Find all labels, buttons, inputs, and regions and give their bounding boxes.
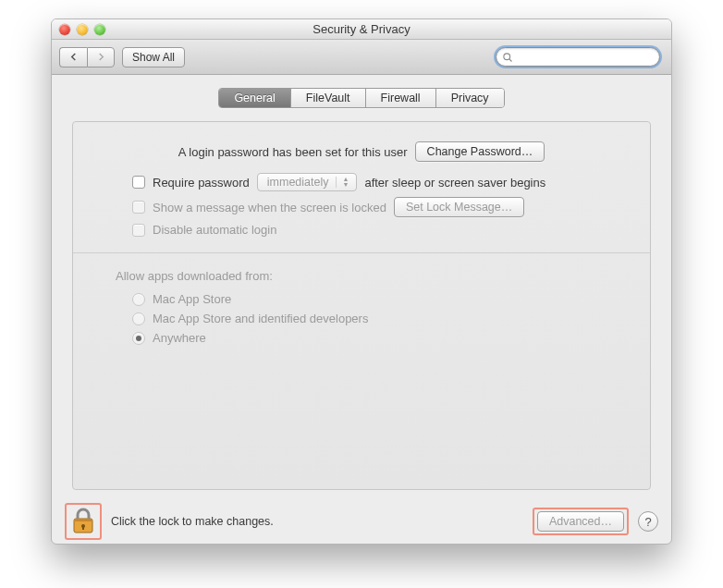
chevron-left-icon [69, 53, 78, 61]
back-button[interactable] [59, 47, 87, 67]
radio-mac-app-store-label: Mac App Store [153, 292, 231, 306]
help-icon: ? [644, 515, 651, 529]
show-all-button[interactable]: Show All [122, 47, 185, 67]
footer: Click the lock to make changes. Advanced… [52, 499, 671, 544]
radio-identified-label: Mac App Store and identified developers [153, 312, 368, 325]
zoom-window-button[interactable] [94, 24, 105, 35]
disable-auto-login-label: Disable automatic login [153, 223, 276, 237]
content-area: General FileVault Firewall Privacy A log… [52, 75, 671, 499]
show-message-row: Show a message when the screen is locked… [132, 197, 633, 217]
search-input[interactable] [517, 50, 659, 65]
stepper-icon: ▲▼ [336, 177, 349, 188]
require-password-delay-value: immediately [267, 176, 329, 189]
radio-identified-row: Mac App Store and identified developers [132, 312, 633, 325]
search-icon [502, 52, 513, 63]
lock-highlight [65, 503, 102, 540]
general-pane: A login password has been set for this u… [72, 121, 651, 490]
svg-line-1 [509, 58, 512, 61]
preferences-window: Security & Privacy Show All [51, 18, 672, 545]
login-password-set-label: A login password has been set for this u… [178, 145, 408, 159]
svg-rect-3 [74, 519, 92, 521]
require-password-label: Require password [153, 176, 250, 190]
help-button[interactable]: ? [638, 511, 658, 532]
advanced-highlight: Advanced… [533, 508, 629, 535]
search-field[interactable] [496, 47, 660, 67]
require-password-row: Require password immediately ▲▼ after sl… [132, 173, 633, 191]
radio-mac-app-store [132, 293, 145, 306]
lock-hint-text: Click the lock to make changes. [111, 515, 274, 528]
minimize-window-button[interactable] [77, 24, 88, 35]
svg-point-0 [504, 53, 510, 59]
set-lock-message-button: Set Lock Message… [394, 197, 524, 217]
advanced-button[interactable]: Advanced… [537, 511, 624, 532]
forward-button[interactable] [87, 47, 115, 67]
tab-filevault[interactable]: FileVault [291, 89, 366, 107]
require-password-checkbox[interactable] [132, 176, 145, 189]
tab-general[interactable]: General [219, 89, 290, 107]
require-password-suffix: after sleep or screen saver begins [364, 176, 545, 190]
show-all-label: Show All [132, 51, 175, 64]
radio-identified-developers [132, 312, 145, 325]
tab-privacy[interactable]: Privacy [436, 89, 504, 107]
close-window-button[interactable] [59, 24, 70, 35]
toolbar: Show All [52, 40, 671, 75]
svg-rect-5 [82, 526, 84, 530]
allow-apps-header: Allow apps downloaded from: [116, 269, 273, 283]
chevron-right-icon [97, 53, 105, 61]
nav-buttons [59, 47, 115, 67]
allow-apps-header-row: Allow apps downloaded from: [116, 269, 633, 283]
titlebar: Security & Privacy [52, 19, 671, 40]
show-lock-message-checkbox [132, 201, 145, 214]
lock-icon[interactable] [71, 508, 95, 535]
radio-anywhere-row: Anywhere [132, 331, 633, 345]
divider [73, 252, 650, 253]
window-controls [59, 24, 105, 35]
radio-anywhere [132, 332, 145, 345]
login-password-row: A login password has been set for this u… [90, 141, 633, 162]
disable-auto-login-checkbox [132, 224, 145, 237]
require-password-delay-popup[interactable]: immediately ▲▼ [257, 173, 358, 191]
tab-bar: General FileVault Firewall Privacy [72, 88, 651, 108]
tab-firewall[interactable]: Firewall [366, 89, 436, 107]
show-lock-message-label: Show a message when the screen is locked [153, 201, 386, 214]
window-title: Security & Privacy [52, 22, 671, 36]
radio-mac-app-store-row: Mac App Store [132, 292, 633, 306]
disable-auto-login-row: Disable automatic login [132, 223, 633, 237]
change-password-button[interactable]: Change Password… [415, 141, 545, 162]
radio-anywhere-label: Anywhere [153, 331, 206, 345]
